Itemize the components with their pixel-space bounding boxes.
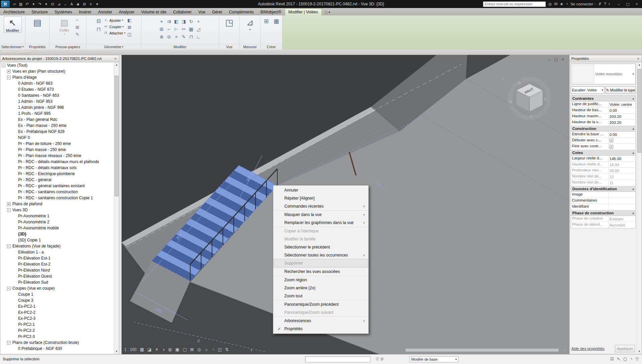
rendering-dialog-icon[interactable]: ◍ xyxy=(168,347,172,352)
tree-item[interactable]: − Coupes (Vue en coupe) xyxy=(0,285,114,291)
property-row[interactable]: Identifiant xyxy=(571,204,635,210)
tree-item[interactable]: Pr - RDC - général xyxy=(0,177,114,183)
tree-expand-toggle[interactable]: − xyxy=(2,64,5,67)
close-icon[interactable]: × xyxy=(637,57,640,61)
view-close-icon[interactable]: × xyxy=(562,57,564,62)
panel-label-proprietes[interactable]: Propriétés xyxy=(25,44,49,50)
scroll-up-icon[interactable]: ▲ xyxy=(114,62,119,67)
tree-item[interactable]: Pr - RDC - détails matériaux murs et pla… xyxy=(0,159,114,165)
type-selector[interactable]: Volée monobloc ▾ xyxy=(571,64,636,84)
tree-item[interactable]: − Plans de surface (Construction brute) xyxy=(0,340,114,346)
property-value[interactable]: 11 xyxy=(609,180,635,186)
tree-expand-toggle[interactable] xyxy=(13,317,16,320)
tree-item[interactable]: 0 Préfabriqué - NGF 630 xyxy=(0,346,114,352)
section-header[interactable]: Construction ▴ xyxy=(571,126,635,132)
ribbon-state-caret-icon[interactable]: ▾ xyxy=(329,10,330,14)
property-value[interactable] xyxy=(609,204,635,210)
offset-icon[interactable]: ⇉ xyxy=(165,18,173,25)
tree-expand-toggle[interactable] xyxy=(13,299,16,302)
tab-annoter[interactable]: Annoter xyxy=(95,9,116,15)
tree-item[interactable]: − Elévations (Vue de façade) xyxy=(0,243,114,249)
view-minimize-icon[interactable]: – xyxy=(548,57,550,62)
properties-scrollbar[interactable]: ▲ ▼ xyxy=(637,62,642,354)
tree-expand-toggle[interactable] xyxy=(13,232,16,236)
tree-expand-toggle[interactable] xyxy=(13,88,16,91)
align-icon[interactable]: ⌖ xyxy=(158,18,165,25)
context-menu-item[interactable]: Remplacer les graphismes dans la vue › xyxy=(274,219,368,227)
tree-item[interactable]: Pr - RDC - sanitaires construction xyxy=(0,189,114,195)
tab-complements[interactable]: Compléments xyxy=(226,9,257,15)
mirror-draw-axis-icon[interactable]: ◨ xyxy=(180,18,188,25)
temporary-hide-isolate-icon[interactable]: ◎ xyxy=(197,347,201,352)
tree-item[interactable]: + Plans de plafond xyxy=(0,201,114,207)
match-properties-icon[interactable]: ✎ xyxy=(74,31,80,38)
collapse-icon[interactable]: ▴ xyxy=(632,187,634,191)
tree-expand-toggle[interactable] xyxy=(13,323,16,326)
scrollbar-thumb[interactable] xyxy=(115,76,119,196)
tree-expand-toggle[interactable] xyxy=(13,124,16,128)
tab-vue[interactable]: Vue xyxy=(195,9,209,15)
tree-expand-toggle[interactable]: − xyxy=(7,287,11,290)
search-input[interactable] xyxy=(483,1,546,7)
property-value[interactable]: ✓ xyxy=(609,138,635,143)
scroll-up-icon[interactable]: ▲ xyxy=(637,62,642,67)
tree-expand-toggle[interactable] xyxy=(13,94,16,97)
favorites-icon[interactable]: ★ xyxy=(560,2,563,6)
tab-modifier-volees[interactable]: Modifier | Volées xyxy=(285,8,322,15)
measure-icon[interactable]: ⊿ xyxy=(56,1,62,7)
tree-item[interactable]: Ex-PC2-3 xyxy=(0,315,114,321)
property-value[interactable]: Aucun(e) xyxy=(609,222,635,228)
scroll-right-icon[interactable]: ▸ xyxy=(562,348,567,352)
tree-item[interactable]: 0 Etudes - NGF 673 xyxy=(0,86,114,92)
property-row[interactable]: Nombre réel de... 11 xyxy=(571,180,635,186)
close-button[interactable]: × xyxy=(632,1,641,7)
property-row[interactable]: Finir avec contr... ✓ xyxy=(571,144,635,150)
temporary-view-properties-icon[interactable]: ◫ xyxy=(218,347,222,352)
tree-expand-toggle[interactable] xyxy=(13,214,16,218)
tree-item[interactable]: Pr-Axonométrie 1 xyxy=(0,213,114,219)
worksets-field[interactable] xyxy=(305,356,370,362)
crop-view-icon[interactable]: ▣ xyxy=(175,347,179,352)
design-options-combo[interactable]: Modèle de base ▾ xyxy=(410,356,458,362)
editable-only-icon[interactable]: ☑ xyxy=(610,357,614,361)
property-row[interactable]: Hauteur réelle d... 16.93 xyxy=(571,162,635,168)
aligned-dimension-icon[interactable]: ↔ xyxy=(62,1,68,7)
tree-expand-toggle[interactable] xyxy=(13,148,16,152)
property-row[interactable]: Débuter avec c... ✓ xyxy=(571,138,635,144)
open-icon[interactable]: ▱ xyxy=(11,1,17,7)
property-row[interactable]: Ligne de justific... Volée: centre xyxy=(571,101,635,107)
tree-expand-toggle[interactable] xyxy=(13,82,16,85)
viewcube-home-icon[interactable]: ⌂ xyxy=(501,75,504,81)
minimize-button[interactable]: – xyxy=(614,1,623,7)
worksharing-display-icon[interactable]: ◔ xyxy=(212,347,214,352)
tree-item[interactable]: Ex - Plan général Rdc xyxy=(0,117,114,123)
checkbox[interactable]: ✓ xyxy=(610,139,613,142)
undo-caret-icon[interactable]: ▾ xyxy=(30,1,37,7)
redo-icon[interactable]: ↷ xyxy=(37,1,43,7)
tree-item[interactable]: 0 Sanitaires - NGF 653 xyxy=(0,92,114,98)
save-icon[interactable]: ▥ xyxy=(18,1,24,7)
undo-icon[interactable]: ↶ xyxy=(24,1,30,7)
tree-expand-toggle[interactable]: + xyxy=(7,202,11,206)
qat-customize-icon[interactable]: ▾ xyxy=(94,1,100,7)
tree-expand-toggle[interactable] xyxy=(13,329,16,333)
tree-item[interactable]: 0 Admin - NGF 683 xyxy=(0,80,114,86)
collapse-icon[interactable]: ▴ xyxy=(632,211,634,215)
property-row[interactable]: Image xyxy=(571,192,635,198)
project-browser-header[interactable]: Arborescence du projet - 150019-2-201708… xyxy=(0,55,119,62)
tree-expand-toggle[interactable]: − xyxy=(7,244,11,248)
edit-type-button[interactable]: ✎ Modifier le type xyxy=(605,86,636,94)
copy-icon[interactable]: ⊞ xyxy=(158,25,165,33)
property-value[interactable]: 12 xyxy=(609,174,635,179)
exchange-apps-icon[interactable]: ✗ xyxy=(598,2,601,6)
match-type-icon[interactable]: ✎ xyxy=(180,33,188,41)
tree-item[interactable]: Pr - Plan de toiture - 250 ème xyxy=(0,141,114,147)
tree-expand-toggle[interactable] xyxy=(13,281,16,284)
context-menu-item[interactable]: Panoramique/Zoom suivant xyxy=(274,308,368,316)
tab-analyser[interactable]: Analyser xyxy=(116,9,138,15)
tab-collaborer[interactable]: Collaborer xyxy=(170,9,195,15)
user-icon[interactable]: ◔ xyxy=(566,2,568,6)
copy-to-clipboard-icon[interactable]: ⊞ xyxy=(74,24,80,30)
tree-expand-toggle[interactable] xyxy=(13,305,16,308)
sun-path-icon[interactable]: ☀ xyxy=(155,347,159,352)
